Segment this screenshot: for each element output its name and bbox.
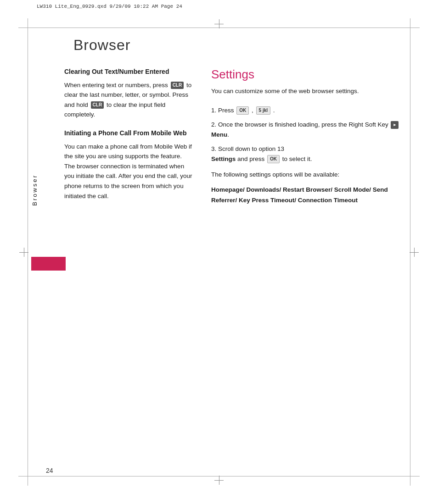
step2-prefix: 2. Once the browser is finished loading,… bbox=[211, 121, 388, 128]
crosshair-left-icon bbox=[19, 248, 28, 257]
main-content: Browser Clearing Out Text/Number Entered… bbox=[37, 37, 401, 467]
sidebar-label: Browser bbox=[31, 174, 38, 206]
clr-key-2: CLR bbox=[91, 101, 104, 109]
step1-sep: , bbox=[252, 107, 253, 114]
5jkl-key: 5 jkl bbox=[256, 106, 270, 115]
section1-body1: When entering text or numbers, press bbox=[64, 82, 168, 89]
section2-body: You can make a phone call from Mobile We… bbox=[64, 142, 193, 201]
red-accent-bar bbox=[31, 257, 66, 271]
step2: 2. Once the browser is finished loading,… bbox=[211, 120, 401, 139]
crosshair-top-icon bbox=[214, 19, 224, 28]
page-header: LW310 Lite_Eng_0929.qxd 9/29/09 10:22 AM… bbox=[37, 4, 401, 9]
step3-prefix: 3. Scroll down to option 13 bbox=[211, 145, 284, 152]
section2-heading: Initiating a Phone Call From Mobile Web bbox=[64, 129, 193, 138]
step3-bold: Settings bbox=[211, 155, 236, 162]
crosshair-bottom-icon bbox=[214, 476, 224, 485]
step3: 3. Scroll down to option 13 Settings and… bbox=[211, 144, 401, 164]
following-text: The following settings options will be a… bbox=[211, 170, 401, 180]
numbered-steps: 1. Press OK , 5 jkl . 2. Once the browse… bbox=[211, 105, 401, 164]
settings-title: Settings bbox=[211, 67, 401, 82]
step2-menu: Menu bbox=[211, 131, 227, 138]
content-columns: Clearing Out Text/Number Entered When en… bbox=[64, 67, 401, 210]
section1-heading: Clearing Out Text/Number Entered bbox=[64, 67, 193, 77]
right-column: Settings You can customize some of the w… bbox=[211, 67, 401, 210]
ok-key-2: OK bbox=[267, 155, 280, 163]
options-list: Homepage/ Downloads/ Restart Browser/ Sc… bbox=[211, 185, 401, 206]
crosshair-right-icon bbox=[410, 248, 419, 257]
clr-key-1: CLR bbox=[171, 82, 184, 89]
left-column: Clearing Out Text/Number Entered When en… bbox=[64, 67, 193, 210]
settings-intro: You can customize some of the web browse… bbox=[211, 86, 401, 96]
step1: 1. Press OK , 5 jkl . bbox=[211, 105, 401, 116]
page-title: Browser bbox=[73, 37, 401, 54]
step3-end: to select it. bbox=[282, 155, 312, 162]
step3-suffix: and press bbox=[237, 155, 264, 162]
ok-key-1: OK bbox=[236, 106, 249, 115]
step1-prefix: 1. Press bbox=[211, 107, 234, 114]
header-text: LW310 Lite_Eng_0929.qxd 9/29/09 10:22 AM… bbox=[37, 4, 182, 9]
menu-arrow-icon: ► bbox=[391, 121, 399, 128]
section1-body: When entering text or numbers, press CLR… bbox=[64, 80, 193, 120]
page-number: 24 bbox=[46, 467, 53, 474]
